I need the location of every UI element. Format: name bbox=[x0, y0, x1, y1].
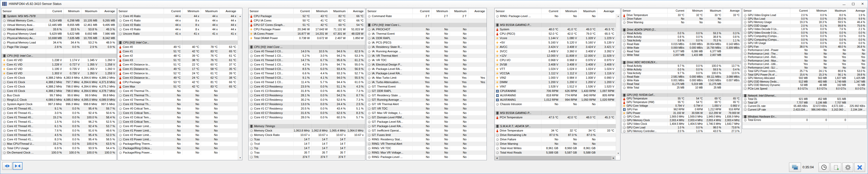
sensor-row[interactable]: Core #0 C3 Residency23.9 %0.0 %51.1 %4.3… bbox=[249, 84, 365, 89]
sensor-row[interactable]: GPU Temperature55 °C54 °C69 °C65 °C bbox=[621, 97, 741, 100]
sensor-row[interactable]: Total CPU Usage6.9 %0.0 %93.9 %54.4 % bbox=[2, 146, 117, 150]
sensor-row[interactable]: Core #3 Thread 1 C0...11.4 %5.7 %94.4 %6… bbox=[249, 80, 365, 84]
sensor-row[interactable]: CPU I/O0.968 V0.968 V0.976 V0.970 V bbox=[495, 58, 616, 62]
sensor-row[interactable]: Trcd14 T14 T14 T bbox=[249, 142, 365, 146]
sensor-row[interactable]: IA: Package-Level RA...NoNoNo bbox=[366, 71, 487, 76]
section-header-row[interactable]: CPU [#0]: Intel Cor... bbox=[2, 54, 117, 58]
sensor-row[interactable]: Total Activity9.7 %0.0 %100.0 %13.9 % bbox=[621, 71, 741, 75]
sensor-row[interactable]: RING: Package-Level ...NoNoNo bbox=[366, 155, 487, 159]
sensor-row[interactable]: VCCSA1.112 V1.112 V1.120 V1.116 V bbox=[495, 71, 616, 76]
sensor-row[interactable]: Core #2 Thread #1...7.6 %0.0 %91.6 %49.6… bbox=[2, 128, 117, 133]
sensor-row[interactable]: GPU Video Clock1,404.5 MHz1,404.5 MHz1,7… bbox=[621, 122, 741, 126]
column-header-current[interactable]: Current bbox=[667, 8, 686, 13]
sensor-row[interactable]: System Agent Clock997.3 MHz996.3 MHz998.… bbox=[2, 102, 117, 107]
sensor-row[interactable]: GPU D3D Memory Dynamic53 MB46 MB162 MB91… bbox=[742, 83, 867, 87]
column-header-maximum[interactable]: Maximum bbox=[579, 8, 597, 14]
sensor-row[interactable]: Virtual Memory Com...6,314 MB6,298 MB10,… bbox=[2, 19, 117, 23]
sensor-row[interactable]: Physical Memory Av...10,698 MB7,635 MB10… bbox=[2, 36, 117, 40]
collapse-columns-button[interactable] bbox=[13, 162, 23, 170]
sensor-row[interactable]: Page File Usage2.8 %0.0 %2.9 %0.9 % bbox=[2, 45, 117, 49]
sensor-row[interactable]: GPU VR Usage0.0 %0.0 %0.0 %0.0 % bbox=[742, 41, 867, 45]
sensor-row[interactable]: Write Rate0.001 MB/s0.000 MB/s0.563 MB/s… bbox=[621, 79, 741, 82]
sensor-row[interactable]: GT: Package-Level RA...NoNoNo bbox=[366, 120, 487, 124]
sensor-row[interactable]: Core #0 Critical Tem...NoNoNo bbox=[118, 107, 238, 111]
sensor-row[interactable]: Drive Temperature34 °C32 °C34 °C33 °C bbox=[495, 128, 616, 133]
column-header-current[interactable]: Current bbox=[541, 8, 560, 14]
sensor-row[interactable]: Core #2 VID1.195 V0.735 V1.355 V1.260 V bbox=[2, 67, 117, 71]
sensor-row[interactable]: IA: Max Turbo LimitYesYesYesYes bbox=[366, 76, 487, 80]
sensor-row[interactable]: GT: VR TDCNoNoNo bbox=[366, 107, 487, 111]
sensor-row[interactable]: Virtual Memory Avai...12,445 MB8,655 MB1… bbox=[2, 23, 117, 27]
sensor-row[interactable]: Uncore Ratio41 x41 x41 x41 x bbox=[118, 32, 238, 36]
sensor-row[interactable]: Total GPU Power (norm...25.7 %24.1 %80.8… bbox=[742, 69, 867, 73]
sensor-row[interactable]: Core #351 °C38 °C76 °C61 °C bbox=[118, 58, 238, 62]
column-header-minimum[interactable]: Minimum bbox=[809, 8, 828, 13]
column-header-minimum[interactable]: Minimum bbox=[431, 8, 450, 14]
column-header-sensor[interactable]: Sensor bbox=[2, 8, 46, 14]
sensor-row[interactable]: Package/Ring Therm...NoNoNo bbox=[118, 142, 238, 146]
sensor-row[interactable]: Core #2 Distance to...52 °C24 °C61 °C39 … bbox=[118, 71, 238, 76]
sensor-row[interactable]: AUXFANIN0818 RPM774 RPM843 RPM805 RPM bbox=[495, 93, 616, 97]
section-header-row[interactable]: CPU [#0]: Intel Core ... bbox=[249, 45, 365, 49]
sensor-row[interactable]: Max CPU/Thread U...15.2 %0.0 %100.0 %63.… bbox=[2, 142, 117, 146]
sensor-row[interactable]: Core #3 Thread #0...4.5 %0.0 %95.4 %52.0… bbox=[2, 133, 117, 137]
sensor-row[interactable]: Write Total2,007 MB1,415 MB2,007 MB bbox=[621, 53, 741, 57]
column-header-sensor[interactable]: Sensor bbox=[495, 8, 541, 14]
vertical-scrollbar[interactable]: ▲▼ bbox=[616, 14, 620, 155]
sensor-row[interactable]: Core #2 Clock4,388.2 MHz798.0 MHz4,394.6… bbox=[2, 84, 117, 89]
sensor-row[interactable]: Package/Ring Power...NoNoNo bbox=[118, 150, 238, 155]
column-header-sensor[interactable]: Sensor bbox=[118, 8, 164, 14]
vertical-scrollbar[interactable]: ▲▼ bbox=[238, 14, 242, 160]
sensor-row[interactable]: Performance Limit - PowerNoNoNoNo bbox=[742, 49, 867, 52]
settings-button[interactable] bbox=[842, 163, 853, 172]
column-header-current[interactable]: Current bbox=[46, 8, 63, 14]
sensor-row[interactable]: Trfc374 T374 T374 T bbox=[249, 155, 365, 159]
sensor-row[interactable]: Read Total11,275 MB5,019 MB11,275 MB bbox=[621, 82, 741, 86]
sensor-row[interactable]: Read Activity9.7 %0.0 %100.0 %13.7 % bbox=[621, 64, 741, 68]
sensor-row[interactable]: Core #2 Ratio44 x8 x44 x44 x bbox=[118, 23, 238, 27]
close-sensors-button[interactable] bbox=[854, 163, 865, 172]
sensor-row[interactable]: Total UP7,707 MB3,196 MB7,707 MB bbox=[742, 101, 867, 105]
scroll-left-arrow[interactable]: ◀ bbox=[495, 156, 499, 160]
column-header-current[interactable]: Current bbox=[164, 8, 182, 14]
scroll-up-arrow[interactable]: ▲ bbox=[238, 14, 242, 19]
section-header-row[interactable]: GPU [#0]: NVIDIA GeF... bbox=[621, 93, 741, 97]
sensor-row[interactable]: IA: VR TDCNoNoNo bbox=[366, 58, 487, 62]
sensor-row[interactable]: Core #1 VID1.228 V0.727 V1.355 V1.258 V bbox=[2, 62, 117, 67]
column-header-maximum[interactable]: Maximum bbox=[450, 8, 468, 14]
sensor-row[interactable]: Virtual Memory Load33.6 %33.5 %53.8 %49.… bbox=[2, 27, 117, 32]
sensor-row[interactable]: Core Max51 °C42 °C83 °C65 °C bbox=[118, 84, 238, 89]
sensor-row[interactable]: Core #2 Power Limit...NoNoNo bbox=[118, 133, 238, 137]
sensor-row[interactable]: AUXFANIN11,012 RPM994 RPM1,050 RPM1,020 … bbox=[495, 97, 616, 102]
column-header-maximum[interactable]: Maximum bbox=[828, 8, 847, 13]
sensor-row[interactable]: Core #0 Thread 1 C0...5.2 %3.0 %94.2 %53… bbox=[249, 54, 365, 58]
sensor-row[interactable]: IA: PROCHOTNoNoNo bbox=[366, 27, 487, 32]
sensor-row[interactable]: GPU Computing (Compu...0.0 %0.0 %0.0 %0.… bbox=[742, 34, 867, 38]
sensor-row[interactable]: Ring/LLC Clock4,089.0 MHz4,085.0 MHz4,09… bbox=[2, 97, 117, 102]
sensor-row[interactable]: AVCC3.424 V3.408 V3.424 V3.421 V bbox=[495, 45, 616, 49]
sensor-row[interactable]: GT: Running Average ...NoNoNo bbox=[366, 97, 487, 102]
section-header-row[interactable]: Windows Hardware Err... bbox=[742, 115, 867, 119]
column-header-average[interactable]: Average bbox=[219, 8, 238, 14]
sensor-row[interactable]: Core #0 Thread #0...9.1 %0.0 %95.4 %59.7… bbox=[2, 107, 117, 111]
sensor-row[interactable]: Core #1 Power Limit...NoNoNo bbox=[118, 128, 238, 133]
sensor-row[interactable]: Core #2 Thread 1 C0...6.6 %4.4 %93.3 %52… bbox=[249, 71, 365, 76]
column-header-current[interactable]: Current bbox=[412, 8, 431, 14]
sensor-row[interactable]: RING: Residency Stat...NoNoNo bbox=[366, 137, 487, 142]
sensor-row[interactable]: Core #3 C3 Residency30.2 %0.0 %52.6 %7.3… bbox=[249, 97, 365, 102]
column-header-average[interactable]: Average bbox=[99, 8, 117, 14]
sensor-row[interactable]: Drive FailureNoNoNo bbox=[495, 137, 616, 142]
column-header-average[interactable]: Average bbox=[847, 8, 867, 13]
sensor-row[interactable]: GPU Fan962 RPM0 RPM1,212 RPM916 RPM bbox=[621, 108, 741, 111]
section-header-row[interactable]: S.M.A.R.T.: ADATA SP... bbox=[495, 124, 616, 128]
sensor-row[interactable]: GPU Fan38.0 %0.0 %48.0 %36.8 % bbox=[742, 45, 867, 49]
sensor-row[interactable]: GPU Computing (Compu...0.0 %0.0 %0.0 %0.… bbox=[742, 38, 867, 42]
sensor-row[interactable]: Package/Ring Critica...NoNoNo bbox=[118, 146, 238, 150]
column-header-sensor[interactable]: Sensor bbox=[249, 8, 293, 14]
sensor-row[interactable]: Total Activity0.8 %0.0 %70.3 %1.1 % bbox=[621, 39, 741, 42]
sensor-row[interactable]: Core #2 C7 Residency31.6 %0.0 %62.6 %8.3… bbox=[249, 111, 365, 115]
sensor-row[interactable]: Drive WarningNoNoNo bbox=[495, 142, 616, 146]
sensor-row[interactable]: IA: DDR RAPLNoNoNo bbox=[366, 36, 487, 40]
sensor-row[interactable]: Bus Clock99.7 MHz99.6 MHz99.9 MHz99.8 MH… bbox=[2, 93, 117, 97]
sensor-row[interactable]: Core #1 Thread #0...15.2 %0.0 %100.0 %58… bbox=[2, 115, 117, 120]
